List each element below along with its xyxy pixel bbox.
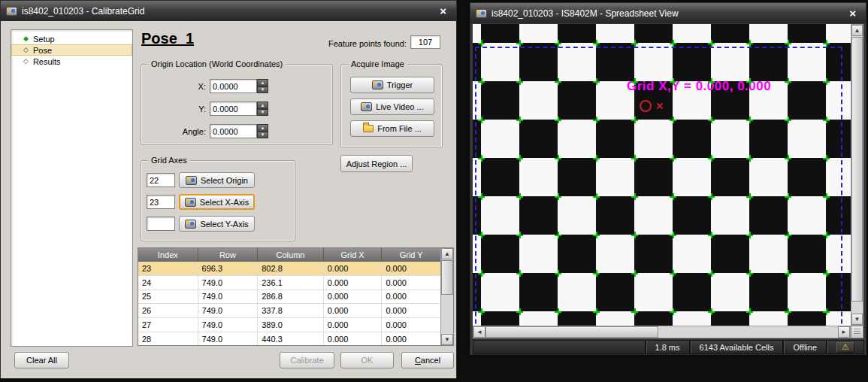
table-row[interactable]: 26749.0337.80.0000.000 — [138, 304, 440, 318]
live-video-button[interactable]: Live Video ... — [350, 99, 434, 115]
grid-corner-marker — [593, 78, 600, 85]
tree-item-results[interactable]: ◇ Results — [11, 56, 132, 67]
trigger-button[interactable]: Trigger — [350, 77, 434, 93]
spinner-up-icon[interactable]: ▲ — [257, 102, 268, 109]
select-x-axis-label: Select X-Axis — [200, 198, 249, 207]
grid-corner-marker — [708, 155, 715, 162]
grid-corner-marker — [516, 40, 523, 47]
grid-corner-marker — [823, 232, 830, 238]
grid-corner-marker — [555, 78, 561, 85]
clear-all-button[interactable]: Clear All — [14, 352, 69, 368]
grid-corner-marker — [516, 232, 523, 238]
scroll-right-icon[interactable]: ► — [838, 326, 850, 338]
x-field[interactable] — [210, 79, 257, 93]
camera-image[interactable]: Grid X,Y = 0.000, 0.000 — [473, 24, 851, 326]
scroll-left-icon[interactable]: ◄ — [473, 326, 485, 338]
grid-corner-marker — [670, 117, 676, 123]
table-cell: 696.3 — [198, 262, 259, 275]
table-cell: 236.1 — [258, 276, 324, 290]
scroll-down-icon[interactable]: ▼ — [851, 314, 863, 325]
table-scrollbar-thumb[interactable] — [441, 260, 453, 295]
angle-stepper: ▲ ▼ — [257, 124, 268, 138]
x-axis-index-field[interactable] — [147, 195, 175, 209]
scroll-up-icon[interactable]: ▲ — [441, 248, 453, 259]
table-cell: 440.3 — [258, 332, 324, 345]
column-header[interactable]: Grid X — [324, 248, 383, 262]
cancel-button[interactable]: Cancel — [401, 352, 454, 368]
grid-corner-marker — [670, 78, 676, 85]
from-file-label: From File ... — [377, 124, 422, 133]
status-warning[interactable]: ⚠ — [826, 341, 863, 353]
column-header[interactable]: Index — [138, 248, 198, 262]
grid-corner-marker — [593, 117, 600, 123]
y-axis-index-field[interactable] — [147, 217, 175, 231]
table-cell: 27 — [138, 318, 198, 332]
spreadsheet-window-title: is8402_010203 - IS8402M - Spreadsheet Vi… — [491, 8, 840, 19]
from-file-button[interactable]: From File ... — [350, 120, 434, 137]
y-field[interactable] — [210, 102, 257, 116]
status-bar: 1.8 ms 6143 Available Cells Offline ⚠ — [473, 340, 864, 354]
grid-corner-marker — [631, 78, 638, 85]
table-row[interactable]: 25749.0286.80.0000.000 — [138, 290, 440, 305]
spreadsheet-titlebar[interactable]: is8402_010203 - IS8402M - Spreadsheet Vi… — [470, 3, 866, 23]
tree-item-label: Setup — [33, 35, 55, 44]
angle-field[interactable] — [210, 124, 257, 138]
table-cell: 0.000 — [382, 332, 440, 345]
grid-corner-marker — [555, 308, 561, 315]
grid-corner-marker — [593, 270, 600, 277]
table-cell: 0.000 — [324, 318, 383, 332]
table-cell: 0.000 — [324, 332, 383, 345]
vertical-scrollbar[interactable]: ▲ ▼ — [851, 24, 863, 326]
grid-corner-marker — [478, 270, 485, 277]
vertical-scrollbar-thumb[interactable] — [851, 37, 863, 302]
calibrate-titlebar[interactable]: is8402_010203 - CalibrateGrid × — [1, 1, 456, 21]
ok-label: OK — [361, 356, 374, 365]
horizontal-scrollbar[interactable]: ◄ ► — [473, 326, 851, 338]
x-stepper: ▲ ▼ — [257, 79, 268, 93]
grid-corner-marker — [516, 78, 523, 85]
table-scrollbar[interactable]: ▲ ▼ — [440, 248, 453, 345]
grid-corner-marker — [593, 155, 600, 162]
spinner-down-icon[interactable]: ▼ — [257, 109, 268, 117]
grid-corner-marker — [516, 193, 523, 200]
page-title: Pose 1 — [141, 30, 194, 47]
spinner-up-icon[interactable]: ▲ — [257, 79, 268, 86]
scroll-corner-button[interactable] — [851, 326, 863, 338]
table-row[interactable]: 27749.0389.00.0000.000 — [138, 318, 440, 332]
horizontal-scrollbar-thumb[interactable] — [485, 326, 658, 338]
grid-axes-group: Grid Axes Select Origin Select X-Axis Se… — [141, 160, 295, 241]
grid-corner-marker — [785, 270, 791, 277]
calibrate-button: Calibrate — [280, 352, 334, 368]
tree-item-setup[interactable]: ◆ Setup — [11, 33, 132, 44]
select-origin-label: Select Origin — [201, 176, 248, 185]
origin-index-field[interactable] — [147, 173, 175, 187]
tree-item-pose[interactable]: ◇ Pose — [11, 44, 132, 56]
adjust-region-button[interactable]: Adjust Region ... — [340, 155, 413, 172]
spinner-down-icon[interactable]: ▼ — [257, 132, 268, 139]
spinner-down-icon[interactable]: ▼ — [257, 86, 268, 94]
column-header[interactable]: Row — [198, 248, 259, 262]
scroll-up-icon[interactable]: ▲ — [851, 25, 863, 36]
camera-icon — [372, 80, 383, 89]
grid-corner-marker — [746, 78, 753, 85]
column-header[interactable]: Grid Y — [382, 248, 440, 262]
grid-corner-marker — [593, 40, 600, 47]
spinner-up-icon[interactable]: ▲ — [257, 124, 268, 132]
column-header[interactable]: Column — [258, 248, 324, 262]
table-row[interactable]: 23696.3802.80.0000.000 — [138, 262, 440, 276]
grid-corner-marker — [631, 117, 638, 123]
grid-corner-marker — [670, 155, 676, 162]
close-icon[interactable]: × — [845, 7, 860, 20]
select-y-axis-button[interactable]: Select Y-Axis — [179, 216, 255, 232]
grid-corner-marker — [516, 155, 523, 162]
calibrate-window-title: is8402_010203 - CalibrateGrid — [22, 6, 431, 17]
table-row[interactable]: 24749.0236.10.0000.000 — [138, 276, 440, 290]
close-icon[interactable]: × — [435, 5, 451, 17]
grid-corner-marker — [478, 78, 485, 85]
grid-corner-marker — [631, 193, 638, 200]
grid-corner-marker — [823, 78, 830, 85]
select-origin-button[interactable]: Select Origin — [179, 172, 255, 188]
table-row[interactable]: 28749.0440.30.0000.000 — [138, 332, 440, 345]
select-x-axis-button[interactable]: Select X-Axis — [179, 194, 255, 210]
scroll-down-icon[interactable]: ▼ — [441, 334, 453, 345]
